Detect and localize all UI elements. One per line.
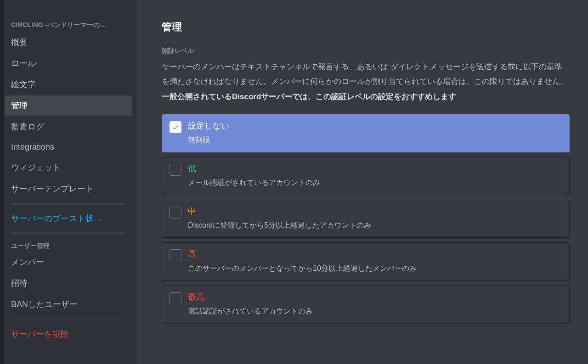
divider — [11, 203, 126, 204]
option-title: 低 — [188, 163, 562, 174]
checkbox[interactable] — [170, 249, 181, 261]
verification-option-low[interactable]: 低メール認証がされているアカウントのみ — [162, 157, 570, 195]
option-desc: このサーバーのメンバーとなってから10分以上経過したメンバーのみ — [188, 263, 562, 274]
server-name-heading: CIRCLING -バンドリーマーの… — [5, 18, 132, 32]
sidebar-item-emoji[interactable]: 絵文字 — [5, 74, 132, 95]
option-body: 低メール認証がされているアカウントのみ — [188, 163, 562, 188]
scrollbar-track — [0, 0, 4, 364]
verification-option-medium[interactable]: 中Discordに登録してから5分以上経過したアカウントのみ — [162, 200, 570, 238]
sidebar-item-boost[interactable]: サーバーのブースト状… — [5, 208, 132, 229]
verification-options: 設定しない無制限低メール認証がされているアカウントのみ中Discordに登録して… — [162, 114, 570, 324]
section-description-bold: 一般公開されているDiscordサーバーでは、この認証レベルの設定をおすすめしま… — [162, 92, 456, 101]
checkbox[interactable] — [170, 292, 181, 304]
checkbox[interactable] — [170, 121, 181, 133]
option-body: 中Discordに登録してから5分以上経過したアカウントのみ — [188, 206, 562, 231]
option-body: 設定しない無制限 — [188, 120, 562, 146]
option-title: 高 — [188, 248, 562, 260]
option-desc: 電話認証がされているアカウントのみ — [188, 306, 562, 317]
sidebar-item-bans[interactable]: BANしたユーザー — [5, 294, 132, 314]
section-description-text: サーバーのメンバーはテキストチャンネルで発言する、あるいは ダイレクトメッセージ… — [162, 62, 568, 86]
sidebar-item-template[interactable]: サーバーテンプレート — [5, 179, 132, 199]
sidebar-item-roles[interactable]: ロール — [5, 53, 132, 73]
section-label-verification: 認証レベル — [162, 47, 570, 55]
option-desc: 無制限 — [188, 134, 562, 146]
verification-option-none[interactable]: 設定しない無制限 — [162, 114, 570, 152]
divider — [11, 319, 126, 319]
sidebar-item-delete-server[interactable]: サーバーを削除 — [5, 324, 132, 344]
check-icon — [171, 123, 180, 131]
checkbox[interactable] — [170, 164, 181, 176]
sidebar-nav-user: メンバー招待BANしたユーザー — [5, 252, 132, 314]
divider — [11, 233, 126, 234]
checkbox[interactable] — [170, 207, 181, 218]
sidebar-item-widget[interactable]: ウィジェット — [5, 157, 132, 178]
option-desc: Discordに登録してから5分以上経過したアカウントのみ — [188, 220, 562, 231]
option-title: 中 — [188, 206, 562, 217]
verification-option-highest[interactable]: 最高電話認証がされているアカウントのみ — [162, 286, 570, 324]
section-description: サーバーのメンバーはテキストチャンネルで発言する、あるいは ダイレクトメッセージ… — [162, 60, 570, 104]
sidebar-nav-main: 概要ロール絵文字管理監査ログIntegrationsウィジェットサーバーテンプレ… — [5, 32, 132, 199]
settings-sidebar: CIRCLING -バンドリーマーの… 概要ロール絵文字管理監査ログIntegr… — [0, 0, 137, 364]
option-title: 設定しない — [188, 120, 562, 132]
sidebar-item-integrations[interactable]: Integrations — [5, 138, 132, 157]
sidebar-item-members[interactable]: メンバー — [5, 252, 132, 272]
settings-content: 管理 認証レベル サーバーのメンバーはテキストチャンネルで発言する、あるいは ダ… — [137, 0, 588, 364]
page-title: 管理 — [162, 20, 570, 34]
option-title: 最高 — [188, 291, 562, 303]
option-body: 最高電話認証がされているアカウントのみ — [188, 291, 562, 317]
sidebar-item-audit[interactable]: 監査ログ — [5, 117, 132, 137]
sidebar-item-moderation[interactable]: 管理 — [5, 95, 132, 116]
sidebar-subheader-user-mgmt: ユーザー管理 — [5, 238, 132, 252]
option-body: 高このサーバーのメンバーとなってから10分以上経過したメンバーのみ — [188, 248, 562, 274]
sidebar-item-overview[interactable]: 概要 — [5, 32, 132, 52]
option-desc: メール認証がされているアカウントのみ — [188, 177, 562, 188]
verification-option-high[interactable]: 高このサーバーのメンバーとなってから10分以上経過したメンバーのみ — [162, 242, 570, 280]
sidebar-item-invites[interactable]: 招待 — [5, 273, 132, 293]
